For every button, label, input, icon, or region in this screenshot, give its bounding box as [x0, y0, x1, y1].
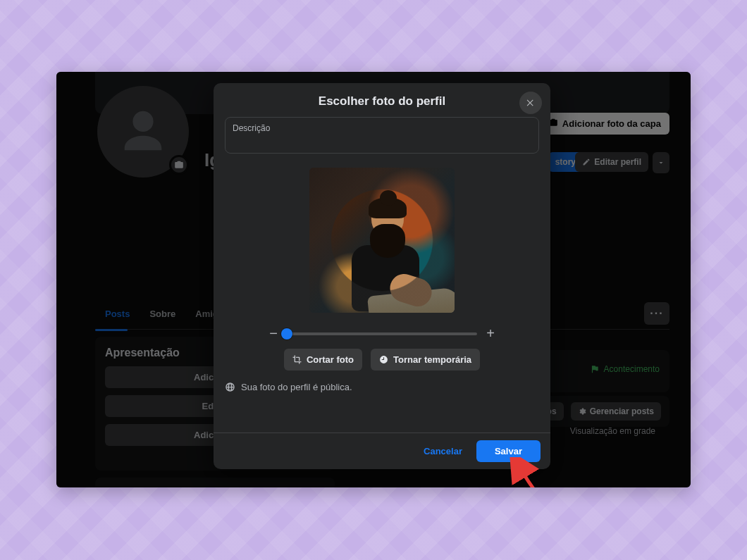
- clock-icon: [379, 355, 388, 364]
- page-background: Adicionar foto da capa Igor story Editar…: [0, 0, 747, 560]
- modal-body: Descrição −: [214, 117, 550, 433]
- crop-photo-button[interactable]: Cortar foto: [284, 349, 362, 371]
- crop-icon: [292, 355, 302, 364]
- modal-footer: Cancelar Salvar: [214, 433, 550, 469]
- zoom-control: − +: [225, 325, 539, 342]
- crop-photo-label: Cortar foto: [307, 354, 354, 365]
- make-temporary-button[interactable]: Tornar temporária: [371, 349, 480, 371]
- close-icon: [526, 98, 536, 108]
- choose-profile-photo-modal: Escolher foto do perfil Descrição: [214, 83, 550, 469]
- save-button[interactable]: Salvar: [476, 440, 541, 462]
- modal-close-button[interactable]: [519, 92, 542, 114]
- zoom-slider[interactable]: [287, 332, 477, 335]
- zoom-in-button[interactable]: +: [486, 325, 495, 342]
- globe-icon: [225, 382, 235, 392]
- facebook-app-window: Adicionar foto da capa Igor story Editar…: [56, 72, 691, 487]
- cancel-button[interactable]: Cancelar: [415, 440, 471, 462]
- zoom-slider-thumb[interactable]: [281, 328, 292, 340]
- public-notice-text: Sua foto do perfil é pública.: [241, 382, 352, 392]
- photo-preview[interactable]: [309, 168, 455, 313]
- make-temporary-label: Tornar temporária: [393, 354, 471, 365]
- description-input[interactable]: Descrição: [225, 117, 539, 154]
- photo-subject: [340, 199, 425, 311]
- photo-tools-row: Cortar foto Tornar temporária: [225, 349, 539, 371]
- modal-title: Escolher foto do perfil: [214, 94, 550, 108]
- description-placeholder: Descrição: [233, 123, 270, 133]
- modal-header: Escolher foto do perfil: [214, 83, 550, 117]
- zoom-out-button[interactable]: −: [268, 325, 278, 342]
- public-notice-row: Sua foto do perfil é pública.: [225, 379, 539, 401]
